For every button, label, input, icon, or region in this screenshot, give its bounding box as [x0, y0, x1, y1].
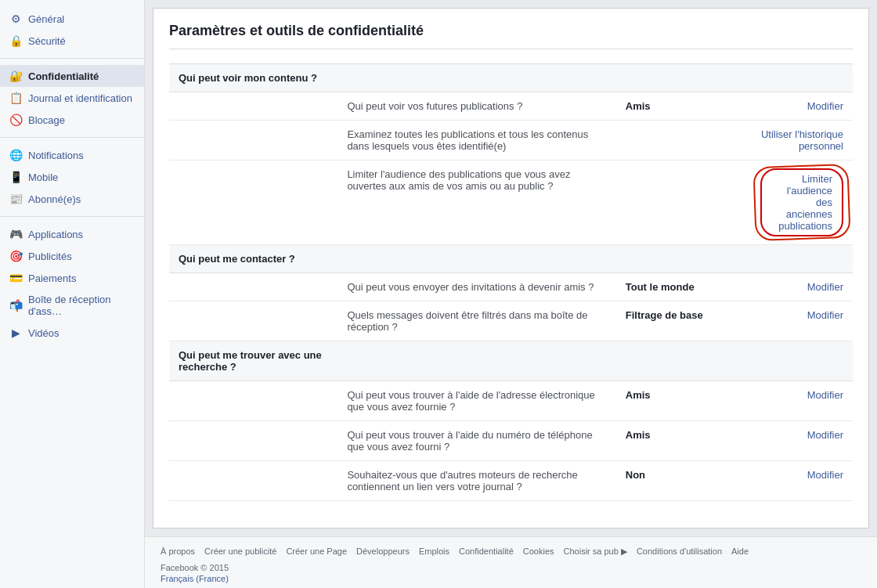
sidebar-icon-blocage: 🚫	[9, 114, 22, 126]
footer-link[interactable]: Conditions d'utilisation	[637, 547, 722, 557]
col-action-qui-peut-trouver-1: Modifier	[751, 421, 853, 461]
sidebar-icon-paiements: 💳	[9, 272, 22, 284]
right-side: Paramètres et outils de confidentialité …	[145, 0, 877, 588]
sidebar-label-publicites: Publicités	[28, 251, 72, 262]
sidebar-item-blocage[interactable]: 🚫 Blocage	[0, 109, 144, 131]
sidebar-icon-applications: 🎮	[9, 228, 22, 240]
footer-language[interactable]: Français (France)	[161, 574, 861, 583]
sidebar-icon-confidentialite: 🔐	[9, 70, 22, 82]
col-section-qui-peut-trouver-1	[169, 421, 337, 461]
sidebar-label-boite: Boîte de réception d'ass…	[28, 294, 136, 317]
col-desc-qui-peut-voir-2: Limiter l'audience des publications que …	[337, 161, 615, 245]
sidebar-divider	[0, 58, 144, 59]
sidebar-label-mobile: Mobile	[28, 171, 58, 183]
col-desc-qui-peut-voir-0: Qui peut voir vos futures publications ?	[337, 92, 615, 121]
section-header-qui-peut-trouver: Qui peut me trouver avec une recherche ?	[169, 341, 853, 381]
sidebar-label-blocage: Blocage	[28, 114, 65, 126]
footer-link[interactable]: Confidentialité	[459, 547, 514, 557]
col-section-qui-peut-trouver-2	[169, 461, 337, 501]
sidebar-icon-notifications: 🌐	[9, 149, 22, 161]
col-value-qui-peut-trouver-2: Non	[616, 461, 751, 501]
sidebar-item-applications[interactable]: 🎮 Applications	[0, 223, 144, 245]
col-action-qui-peut-voir-1: Utiliser l'historique personnel	[751, 121, 853, 161]
col-value-qui-peut-voir-1	[616, 121, 751, 161]
sidebar-item-mobile[interactable]: 📱 Mobile	[0, 166, 144, 188]
page-title: Paramètres et outils de confidentialité	[169, 23, 853, 49]
sidebar-icon-videos: ▶	[9, 326, 22, 339]
sidebar-label-applications: Applications	[28, 229, 83, 240]
action-link-qui-peut-trouver-0[interactable]: Modifier	[807, 389, 843, 401]
col-action-qui-peut-trouver-2: Modifier	[751, 461, 853, 501]
col-value-qui-peut-voir-2	[616, 161, 751, 245]
sidebar-label-notifications: Notifications	[28, 150, 84, 161]
sidebar-label-abonnes: Abonné(e)s	[28, 193, 81, 205]
col-section-qui-peut-contacter-1	[169, 301, 337, 341]
sidebar-icon-boite: 📬	[9, 299, 22, 312]
footer-link[interactable]: Aide	[731, 547, 749, 557]
action-link-qui-peut-voir-0[interactable]: Modifier	[807, 100, 843, 112]
sidebar-item-abonnes[interactable]: 📰 Abonné(e)s	[0, 188, 144, 210]
sidebar-label-general: Général	[28, 13, 64, 25]
col-section-qui-peut-voir-0	[169, 92, 337, 121]
section-title-qui-peut-voir: Qui peut voir mon contenu ?	[169, 64, 337, 92]
col-desc-qui-peut-contacter-1: Quels messages doivent être filtrés dans…	[337, 301, 615, 341]
sidebar-item-boite[interactable]: 📬 Boîte de réception d'ass…	[0, 289, 144, 322]
sidebar-label-confidentialite: Confidentialité	[28, 70, 99, 82]
action-link-qui-peut-trouver-2[interactable]: Modifier	[807, 469, 843, 481]
col-section-qui-peut-contacter-0	[169, 273, 337, 301]
sidebar: ⚙ Général 🔒 Sécurité 🔐 Confidentialité 📋…	[0, 0, 145, 588]
sidebar-icon-securite: 🔒	[9, 34, 22, 47]
sidebar-item-confidentialite[interactable]: 🔐 Confidentialité	[0, 65, 144, 87]
privacy-row-qui-peut-trouver-1: Qui peut vous trouver à l'aide du numéro…	[169, 421, 853, 461]
section-title-qui-peut-trouver: Qui peut me trouver avec une recherche ?	[169, 341, 337, 381]
col-desc-qui-peut-voir-1: Examinez toutes les publications et tous…	[337, 121, 615, 161]
sidebar-item-videos[interactable]: ▶ Vidéos	[0, 322, 144, 344]
sidebar-item-paiements[interactable]: 💳 Paiements	[0, 267, 144, 289]
privacy-row-qui-peut-voir-2: Limiter l'audience des publications que …	[169, 161, 853, 245]
sidebar-divider	[0, 216, 144, 217]
footer-link[interactable]: Créer une publicité	[204, 547, 276, 557]
col-value-qui-peut-voir-0: Amis	[616, 92, 751, 121]
col-section-qui-peut-voir-2	[169, 161, 337, 245]
sidebar-icon-abonnes: 📰	[9, 193, 22, 205]
col-action-qui-peut-trouver-0: Modifier	[751, 381, 853, 421]
sidebar-label-videos: Vidéos	[28, 327, 60, 339]
sidebar-icon-mobile: 📱	[9, 171, 22, 183]
col-action-highlight: Limiter l'audience des anciennes publica…	[751, 161, 853, 245]
col-desc-qui-peut-trouver-1: Qui peut vous trouver à l'aide du numéro…	[337, 421, 615, 461]
footer-link[interactable]: Développeurs	[356, 547, 410, 557]
sidebar-item-notifications[interactable]: 🌐 Notifications	[0, 144, 144, 166]
main-content: Paramètres et outils de confidentialité …	[153, 8, 869, 528]
footer-link[interactable]: À propos	[161, 547, 195, 557]
footer-link[interactable]: Choisir sa pub ▶	[564, 547, 627, 557]
privacy-row-qui-peut-voir-1: Examinez toutes les publications et tous…	[169, 121, 853, 161]
sidebar-item-journal[interactable]: 📋 Journal et identification	[0, 87, 144, 109]
sidebar-divider	[0, 137, 144, 138]
footer-link[interactable]: Emplois	[419, 547, 449, 557]
col-section-qui-peut-voir-1	[169, 121, 337, 161]
col-action-qui-peut-contacter-0: Modifier	[751, 273, 853, 301]
sidebar-item-general[interactable]: ⚙ Général	[0, 8, 144, 30]
col-action-qui-peut-voir-0: Modifier	[751, 92, 853, 121]
sidebar-item-publicites[interactable]: 🎯 Publicités	[0, 245, 144, 267]
col-value-qui-peut-contacter-0: Tout le monde	[616, 273, 751, 301]
col-desc-qui-peut-contacter-0: Qui peut vous envoyer des invitations à …	[337, 273, 615, 301]
section-title-qui-peut-contacter: Qui peut me contacter ?	[169, 245, 337, 273]
section-header-qui-peut-voir: Qui peut voir mon contenu ?	[169, 64, 853, 92]
footer-link[interactable]: Cookies	[523, 547, 554, 557]
action-link-qui-peut-contacter-1[interactable]: Modifier	[807, 309, 843, 321]
footer: À proposCréer une publicitéCréer une Pag…	[145, 536, 877, 588]
action-link-qui-peut-contacter-0[interactable]: Modifier	[807, 281, 843, 293]
footer-links: À proposCréer une publicitéCréer une Pag…	[161, 547, 861, 557]
col-value-qui-peut-trouver-1: Amis	[616, 421, 751, 461]
action-link-qui-peut-trouver-1[interactable]: Modifier	[807, 429, 843, 441]
footer-link[interactable]: Créer une Page	[286, 547, 347, 557]
sidebar-icon-journal: 📋	[9, 92, 22, 104]
limit-audience-button[interactable]: Limiter l'audience des anciennes publica…	[760, 168, 843, 236]
privacy-row-qui-peut-trouver-2: Souhaitez-vous que d'autres moteurs de r…	[169, 461, 853, 501]
privacy-row-qui-peut-trouver-0: Qui peut vous trouver à l'aide de l'adre…	[169, 381, 853, 421]
action-link-qui-peut-voir-1[interactable]: Utiliser l'historique personnel	[761, 128, 843, 152]
sidebar-item-securite[interactable]: 🔒 Sécurité	[0, 30, 144, 52]
sidebar-icon-general: ⚙	[9, 13, 22, 25]
sidebar-label-securite: Sécurité	[28, 35, 66, 47]
